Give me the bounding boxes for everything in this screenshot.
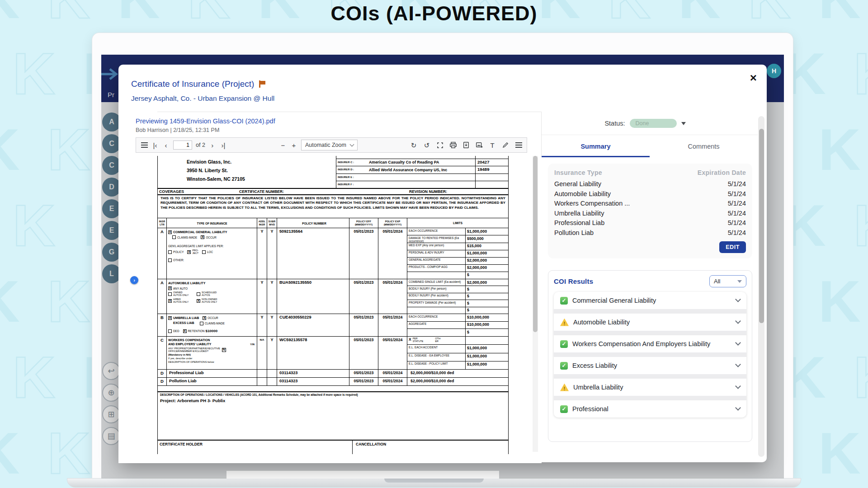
warning-icon xyxy=(560,384,569,391)
row-pollution-liab: D Pollution Liab 03114323 05/01/2023 05/… xyxy=(157,378,509,386)
warning-icon xyxy=(560,319,569,326)
user-avatar[interactable]: H xyxy=(767,64,781,78)
tab-summary[interactable]: Summary xyxy=(542,135,650,157)
desktop-background: KKKKKKKKKKKKKKKKKKKKKKKKKKKKKKKKKKKKKKKK… xyxy=(0,0,868,488)
zoom-level-select[interactable]: Automatic Zoom xyxy=(301,140,358,150)
pdf-toolbar: |‹ ‹ of 2 › ›| − + Automatic Zoom ↻ ↺ xyxy=(136,137,527,153)
pdf-viewer: Envision Glass, Inc. 3950 N. Liberty St.… xyxy=(118,156,542,463)
chevron-down-icon[interactable] xyxy=(735,383,741,389)
page-count-label: of 2 xyxy=(196,142,205,148)
flag-icon[interactable] xyxy=(259,80,265,88)
insurer-table: INSURER C :American Casualty Co of Readi… xyxy=(336,156,508,188)
page-content-strip xyxy=(226,471,499,479)
summary-row: General Liability5/1/24 xyxy=(554,179,746,189)
coi-row-automobile-liability[interactable]: Automobile Liability xyxy=(554,314,746,331)
chevron-down-icon[interactable] xyxy=(735,296,741,302)
modal-title-row: Certificate of Insurance (Project) xyxy=(131,79,265,89)
insurance-summary-card: Insurance Type Expiration Date General L… xyxy=(548,164,752,258)
draw-icon[interactable] xyxy=(502,142,509,148)
laptop-base xyxy=(67,478,801,488)
coi-results-heading: COI Results xyxy=(554,277,593,285)
caret-down-icon[interactable] xyxy=(681,122,686,125)
fullscreen-icon[interactable] xyxy=(436,142,443,148)
row-umbrella-liability: B XUMBRELLA LIABXOCCUR EXCESS LIABCLAIMS… xyxy=(157,314,509,337)
next-page-icon[interactable]: › xyxy=(209,142,216,149)
edit-button[interactable]: EDIT xyxy=(719,241,746,253)
row-general-liability: A XCOMMERCIAL GENERAL LIABILITY CLAIMS-M… xyxy=(157,228,509,279)
rotate-cw-icon[interactable]: ↻ xyxy=(410,142,417,149)
pdf-page-acord-form: Envision Glass, Inc. 3950 N. Liberty St.… xyxy=(157,156,509,454)
check-icon xyxy=(560,297,568,305)
coverages-bar: COVERAGES CERTIFICATE NUMBER: REVISION N… xyxy=(157,189,509,195)
coi-filter-select[interactable]: All xyxy=(709,275,746,287)
coi-results-section: COI Results All Commercial General Liabi… xyxy=(548,270,752,442)
modal-subtitle: Jersey Asphalt, Co. - Urban Expansion @ … xyxy=(131,94,274,103)
pdf-scrollbar[interactable] xyxy=(533,156,538,452)
insured-addr1: 3950 N. Liberty St. xyxy=(187,166,336,175)
tab-bar: Summary Comments xyxy=(542,135,758,157)
pdf-scrollbar-thumb[interactable] xyxy=(533,156,538,332)
expand-panel-button[interactable]: › xyxy=(130,276,138,284)
row-professional-liab: D Professional Liab 03114323 05/01/2023 … xyxy=(157,370,509,378)
coi-row-workers-compensation[interactable]: Workers Compensation And Employers Liabi… xyxy=(554,335,746,352)
last-page-icon[interactable]: ›| xyxy=(220,142,227,149)
text-tool-icon[interactable]: T xyxy=(489,142,496,149)
chevron-down-icon[interactable] xyxy=(735,405,741,411)
row-automobile-liability: A AUTOMOBILE LIABILITY XANY AUTO OWNEDAU… xyxy=(157,279,509,314)
sidebar-toggle-icon[interactable] xyxy=(141,142,148,148)
download-icon[interactable] xyxy=(462,142,470,148)
summary-row: Automobile Liability5/1/24 xyxy=(554,189,746,199)
check-icon xyxy=(560,340,568,348)
coi-row-umbrella-liability[interactable]: Umbrella Liability xyxy=(554,379,746,396)
page-number-input[interactable] xyxy=(173,141,192,150)
chevron-down-icon[interactable] xyxy=(735,340,741,346)
chevron-down-icon[interactable] xyxy=(735,361,741,367)
status-badge[interactable]: Done xyxy=(630,119,677,128)
summary-row: Workers Compensation ...5/1/24 xyxy=(554,199,746,209)
summary-pane: Status: Done Summary Comments Insurance … xyxy=(542,112,767,462)
close-icon[interactable]: × xyxy=(750,72,757,84)
pdf-preview-pane: Previewing 1459-Envision Glass-COI (2024… xyxy=(118,112,542,462)
summary-row: Pollution Liab5/1/24 xyxy=(554,228,746,238)
chevron-down-icon xyxy=(349,142,354,147)
modal-title: Certificate of Insurance (Project) xyxy=(131,79,254,89)
zoom-level-value: Automatic Zoom xyxy=(305,142,346,148)
insured-block: Envision Glass, Inc. 3950 N. Liberty St.… xyxy=(158,156,336,188)
rotate-ccw-icon[interactable]: ↺ xyxy=(423,142,430,149)
print-icon[interactable] xyxy=(449,142,457,148)
table-header: INSRLTR TYPE OF INSURANCE ADDLINSR SUBRW… xyxy=(157,218,509,228)
coi-row-excess-liability[interactable]: Excess Liability xyxy=(554,357,746,374)
tab-comments[interactable]: Comments xyxy=(650,135,758,157)
row-workers-compensation: C WORKERS COMPENSATION AND EMPLOYERS' LI… xyxy=(157,337,509,370)
panel-scrollbar-thumb[interactable] xyxy=(759,129,764,323)
coi-results-list: Commercial General Liability Automobile … xyxy=(554,292,746,418)
chevron-down-icon[interactable] xyxy=(735,318,741,324)
coi-filter-value: All xyxy=(714,278,720,285)
check-icon xyxy=(560,362,568,370)
zoom-in-icon[interactable]: + xyxy=(290,142,297,149)
summary-row: Professional Liab5/1/24 xyxy=(554,218,746,228)
check-icon xyxy=(560,405,568,413)
col-expiration-date: Expiration Date xyxy=(698,169,746,176)
certification-text: THIS IS TO CERTIFY THAT THE POLICIES OF … xyxy=(157,195,509,218)
coi-modal: × Certificate of Insurance (Project) Jer… xyxy=(118,65,767,462)
previewing-file-link[interactable]: Previewing 1459-Envision Glass-COI (2024… xyxy=(136,117,275,125)
page-title: COIs (AI-POWERED) xyxy=(0,2,868,25)
caret-down-icon xyxy=(737,280,742,283)
menu-icon[interactable] xyxy=(515,142,522,148)
panel-scrollbar[interactable] xyxy=(758,116,764,457)
insured-addr2: Winston-Salem, NC 27105 xyxy=(187,175,336,183)
add-image-icon[interactable] xyxy=(476,142,483,148)
status-row: Status: Done xyxy=(542,119,767,128)
zoom-out-icon[interactable]: − xyxy=(279,142,287,149)
summary-row: Umbrella Liability5/1/24 xyxy=(554,209,746,219)
first-page-icon[interactable]: |‹ xyxy=(151,142,159,149)
insured-name: Envision Glass, Inc. xyxy=(187,158,336,166)
prev-page-icon[interactable]: ‹ xyxy=(162,142,170,149)
coi-row-commercial-general-liability[interactable]: Commercial General Liability xyxy=(554,292,746,309)
status-label: Status: xyxy=(604,120,625,127)
coi-row-professional[interactable]: Professional xyxy=(554,400,746,418)
file-meta: Bob Harrison | 2/18/25, 12:31 PM xyxy=(136,127,219,133)
form-footer: CERTIFICATE HOLDER CANCELLATION xyxy=(157,441,509,454)
col-insurance-type: Insurance Type xyxy=(554,169,602,176)
